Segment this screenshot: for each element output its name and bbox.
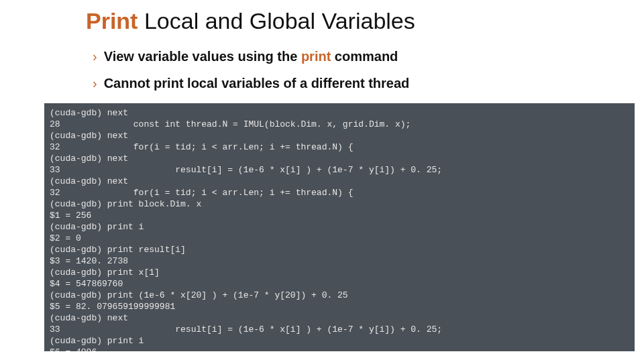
bullet-item: › Cannot print local variables of a diff…	[93, 74, 409, 93]
slide-title: Print Local and Global Variables	[86, 8, 415, 34]
title-rest: Local and Global Variables	[138, 8, 415, 34]
bullet-seg: View variable values using the	[104, 49, 301, 64]
code-block: (cuda-gdb) next 28 const int thread.N = …	[44, 103, 635, 351]
bullet-item: › View variable values using the print c…	[93, 47, 409, 66]
bullet-marker-icon: ›	[93, 47, 97, 66]
bullet-marker-icon: ›	[93, 74, 97, 93]
bullet-list: › View variable values using the print c…	[93, 47, 409, 101]
bullet-keyword: print	[301, 49, 331, 64]
bullet-text: View variable values using the print com…	[104, 47, 398, 66]
bullet-seg: command	[331, 49, 398, 64]
title-accent: Print	[86, 8, 138, 34]
bullet-text: Cannot print local variables of a differ…	[104, 74, 410, 93]
